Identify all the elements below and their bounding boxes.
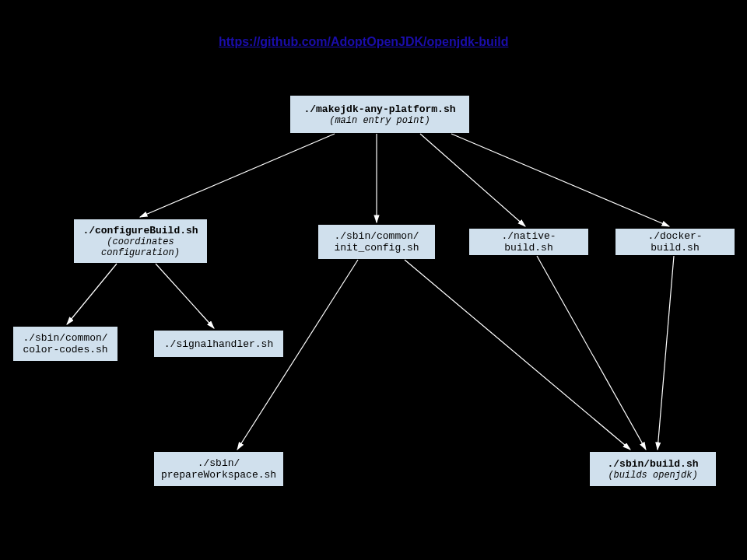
color-codes-line1: ./sbin/common/ xyxy=(23,332,107,344)
box-main-entry: ./makejdk-any-platform.sh (main entry po… xyxy=(289,95,470,134)
color-codes-line2: color-codes.sh xyxy=(23,344,107,355)
signalhandler-title: ./signalhandler.sh xyxy=(164,338,273,350)
box-prepare-workspace: ./sbin/ prepareWorkspace.sh xyxy=(153,451,284,487)
box-configure-build: ./configureBuild.sh (coordinates configu… xyxy=(73,219,208,264)
prepare-line1: ./sbin/ xyxy=(198,457,240,469)
box-signalhandler: ./signalhandler.sh xyxy=(153,330,284,358)
init-config-line1: ./sbin/common/ xyxy=(334,230,419,242)
repo-link[interactable]: https://github.com/AdoptOpenJDK/openjdk-… xyxy=(219,35,508,49)
box-native-build: ./native-build.sh xyxy=(468,228,589,256)
docker-build-title: ./docker-build.sh xyxy=(625,230,725,254)
svg-line-0 xyxy=(140,134,335,217)
box-init-config: ./sbin/common/ init_config.sh xyxy=(317,224,436,260)
main-subtitle: (main entry point) xyxy=(329,115,430,126)
svg-line-8 xyxy=(537,256,646,450)
build-subtitle: (builds openjdk) xyxy=(608,470,697,481)
svg-line-3 xyxy=(451,134,669,226)
box-build: ./sbin/build.sh (builds openjdk) xyxy=(589,451,717,487)
box-docker-build: ./docker-build.sh xyxy=(615,228,735,256)
configure-title: ./configureBuild.sh xyxy=(82,225,198,236)
build-title: ./sbin/build.sh xyxy=(607,458,698,470)
svg-line-2 xyxy=(420,134,525,226)
svg-line-9 xyxy=(658,256,674,450)
svg-line-4 xyxy=(67,264,117,324)
native-build-title: ./native-build.sh xyxy=(479,230,579,254)
main-title: ./makejdk-any-platform.sh xyxy=(303,103,455,115)
box-color-codes: ./sbin/common/ color-codes.sh xyxy=(12,326,118,362)
svg-line-5 xyxy=(156,264,214,328)
prepare-line2: prepareWorkspace.sh xyxy=(161,469,276,481)
configure-subtitle: (coordinates configuration) xyxy=(83,236,198,258)
svg-line-7 xyxy=(405,260,630,450)
init-config-line2: init_config.sh xyxy=(334,242,419,254)
